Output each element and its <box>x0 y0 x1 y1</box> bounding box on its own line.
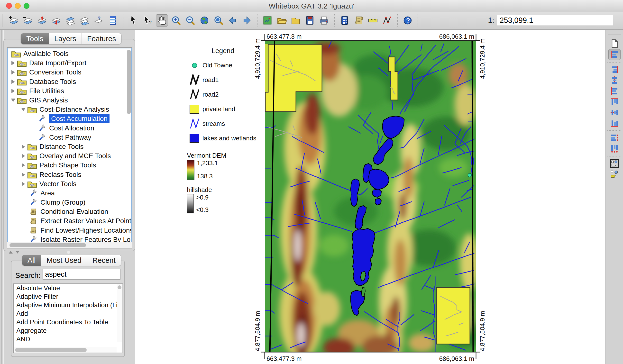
list-item[interactable]: Add Point Coordinates To Table <box>14 318 122 326</box>
distribute-vertically-button[interactable] <box>609 133 620 143</box>
attribute-table-button[interactable] <box>107 15 118 26</box>
tree-item-patch-shape-tools[interactable]: Patch Shape Tools <box>7 161 132 170</box>
tree-item-reclass-tools[interactable]: Reclass Tools <box>7 170 132 179</box>
list-item[interactable]: Add <box>14 309 122 318</box>
tree-item-find-lowest-highest[interactable]: Find Lowest/Highest Locations <box>7 226 132 235</box>
collapse-down-icon[interactable] <box>16 251 20 254</box>
next-extent-button[interactable] <box>241 15 253 26</box>
align-top-button[interactable] <box>609 97 620 107</box>
tab-layers[interactable]: Layers <box>49 33 82 44</box>
list-item[interactable]: Aggregate <box>14 326 122 335</box>
list-vertical-scrollbar-track[interactable] <box>117 284 122 342</box>
list-item[interactable]: Adaptive Minimum Interpolation (LiD <box>14 301 122 309</box>
list-horizontal-scrollbar[interactable] <box>15 348 87 352</box>
chevron-right-icon[interactable] <box>20 145 27 149</box>
new-page-button[interactable] <box>609 39 620 49</box>
tab-all[interactable]: All <box>22 255 41 266</box>
new-map-button[interactable] <box>262 15 273 26</box>
tree-item-cost-pathway[interactable]: Cost Pathway <box>7 133 132 142</box>
tree-item-cost-distance-analysis[interactable]: Cost-Distance Analysis <box>7 105 132 114</box>
pan-button[interactable] <box>156 14 168 26</box>
chevron-right-icon[interactable] <box>9 89 17 93</box>
tree-item-clump-group[interactable]: Clump (Group) <box>7 198 132 207</box>
toolbar-drag-handle[interactable] <box>2 14 4 27</box>
zoom-full-extent-button[interactable] <box>199 15 210 26</box>
tree-item-file-utilities[interactable]: File Utilities <box>7 86 132 96</box>
lower-layer-button[interactable] <box>50 15 62 26</box>
profile-button[interactable] <box>381 15 393 26</box>
scale-input[interactable] <box>497 15 613 26</box>
toggle-layer-visibility-button[interactable]: ? <box>93 15 104 26</box>
raise-layer-button[interactable] <box>36 15 48 26</box>
tree-item-overlay-mce-tools[interactable]: Overlay and MCE Tools <box>7 151 132 161</box>
sidebar-drag-handle[interactable] <box>608 32 621 35</box>
remove-layer-button[interactable] <box>22 15 34 26</box>
chevron-down-icon[interactable] <box>20 108 27 111</box>
splitter-grip[interactable] <box>67 251 70 254</box>
tab-tools[interactable]: Tools <box>21 33 49 44</box>
list-item[interactable]: AND <box>14 335 122 343</box>
align-right-button[interactable] <box>609 64 620 75</box>
search-input[interactable] <box>43 269 120 279</box>
previous-extent-button[interactable] <box>227 15 239 26</box>
map-view[interactable]: 663,477.3 m 686,063.1 m 663,477.3 m 686,… <box>254 31 490 362</box>
tools-tree[interactable]: Available Tools Data Import/Export Conve… <box>7 47 132 248</box>
open-file-button[interactable] <box>276 15 288 26</box>
tree-results-splitter[interactable] <box>3 249 135 255</box>
help-button[interactable]: ? <box>402 15 413 26</box>
group-elements-button[interactable] <box>609 158 620 169</box>
tab-recent[interactable]: Recent <box>87 255 121 266</box>
align-bottom-button[interactable] <box>609 118 620 128</box>
chevron-right-icon[interactable] <box>9 70 17 74</box>
list-vertical-scrollbar[interactable] <box>117 285 121 289</box>
tree-item-extract-raster-values[interactable]: Extract Raster Values At Point <box>7 216 132 226</box>
tree-item-conversion-tools[interactable]: Conversion Tools <box>7 68 132 77</box>
zoom-out-button[interactable] <box>184 15 196 26</box>
map-canvas[interactable]: Legend Old Towne road1 road2 private lan… <box>135 30 605 364</box>
save-button[interactable] <box>304 15 316 26</box>
tree-item-distance-tools[interactable]: Distance Tools <box>7 142 132 151</box>
layer-to-bottom-button[interactable] <box>79 15 90 26</box>
align-center-vertical-button[interactable] <box>609 75 620 86</box>
tree-horizontal-scrollbar[interactable] <box>9 243 86 247</box>
tree-item-area[interactable]: Area <box>7 189 132 198</box>
align-left-button-2[interactable] <box>609 86 620 96</box>
tree-vertical-scrollbar[interactable] <box>127 50 131 114</box>
align-left-button[interactable] <box>608 49 621 60</box>
chevron-right-icon[interactable] <box>20 172 27 177</box>
scripter-button[interactable] <box>353 15 365 26</box>
tree-item-conditional-evaluation[interactable]: Conditional Evaluation <box>7 207 132 216</box>
layer-to-top-button[interactable] <box>65 15 76 26</box>
select-button[interactable] <box>128 15 139 26</box>
chevron-right-icon[interactable] <box>20 182 27 186</box>
raster-calculator-button[interactable] <box>339 15 351 26</box>
zoom-in-button[interactable] <box>170 15 182 26</box>
list-item[interactable]: Adaptive Filter <box>14 293 122 301</box>
tree-item-cost-allocation[interactable]: Cost Allocation <box>7 124 132 133</box>
chevron-right-icon[interactable] <box>9 80 17 84</box>
search-results-list[interactable]: Absolute Value Adaptive Filter Adaptive … <box>13 283 123 353</box>
list-item[interactable]: Absolute Value <box>14 284 122 293</box>
tab-features[interactable]: Features <box>82 33 121 44</box>
chevron-right-icon[interactable] <box>9 61 17 65</box>
distribute-horizontally-button[interactable] <box>609 144 620 154</box>
tree-item-vector-tools[interactable]: Vector Tools <box>7 179 132 189</box>
add-layer-button[interactable] <box>8 15 20 26</box>
chevron-right-icon[interactable] <box>20 154 27 158</box>
chevron-right-icon[interactable] <box>20 163 27 167</box>
tree-item-cost-accumulation[interactable]: Cost Accumulation <box>7 114 132 123</box>
tree-item-data-import-export[interactable]: Data Import/Export <box>7 58 132 68</box>
folder-button[interactable] <box>290 15 302 26</box>
collapse-up-icon[interactable] <box>9 251 13 254</box>
ungroup-elements-button[interactable] <box>609 169 620 179</box>
tab-most-used[interactable]: Most Used <box>41 255 87 266</box>
align-center-horizontal-button[interactable] <box>609 107 620 118</box>
chevron-down-icon[interactable] <box>9 99 17 102</box>
tree-item-available-tools[interactable]: Available Tools <box>7 49 132 58</box>
measure-button[interactable] <box>367 15 379 26</box>
tree-item-gis-analysis[interactable]: GIS Analysis <box>7 96 132 105</box>
print-button[interactable] <box>318 15 330 26</box>
title-bar[interactable]: Whitebox GAT 3.2 'Iguazu' <box>0 0 623 11</box>
select-identify-button[interactable]: ? <box>142 15 153 26</box>
tree-item-database-tools[interactable]: Database Tools <box>7 77 132 86</box>
